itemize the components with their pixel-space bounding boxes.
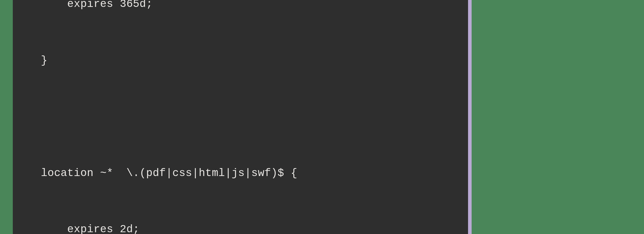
code-line: location ~* \.(pdf|css|html|js|swf)$ { — [41, 164, 440, 183]
code-block[interactable]: location ~* \.(jpg|jpeg|gif|png|svg)$ { … — [13, 0, 468, 234]
code-line: expires 2d; — [41, 220, 440, 234]
code-line: expires 365d; — [41, 0, 440, 14]
code-content: location ~* \.(jpg|jpeg|gif|png|svg)$ { … — [41, 0, 440, 234]
code-block-wrapper: location ~* \.(jpg|jpeg|gif|png|svg)$ { … — [13, 0, 468, 234]
code-line: } — [41, 51, 440, 70]
code-line — [41, 108, 440, 126]
